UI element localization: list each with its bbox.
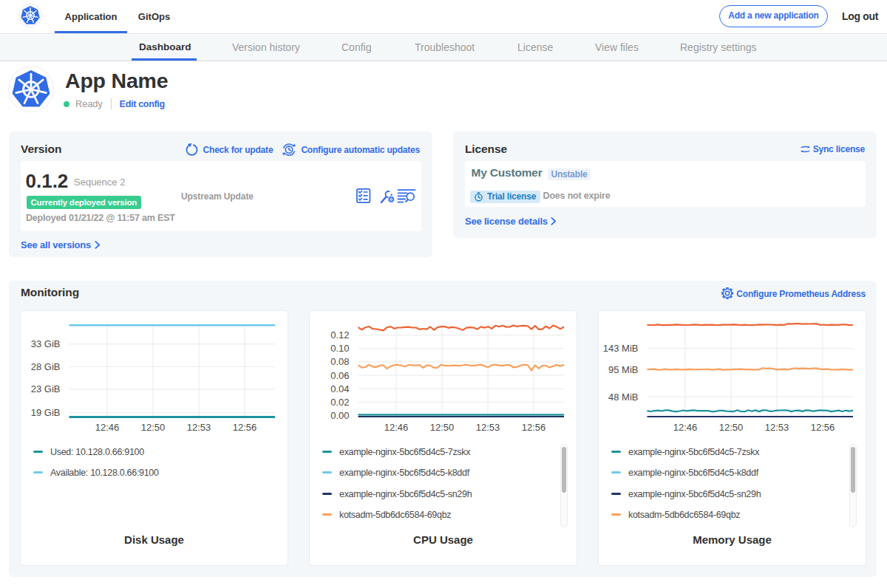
svg-text:0.02: 0.02 (330, 397, 349, 408)
svg-text:0.08: 0.08 (330, 356, 349, 367)
svg-text:12:53: 12:53 (476, 422, 500, 433)
svg-text:0.00: 0.00 (330, 410, 349, 421)
svg-text:12:53: 12:53 (765, 422, 789, 433)
svg-text:12:46: 12:46 (384, 422, 409, 433)
svg-text:12:50: 12:50 (719, 422, 744, 433)
svg-text:48 MiB: 48 MiB (608, 392, 638, 403)
svg-text:28 GiB: 28 GiB (31, 361, 61, 372)
svg-text:0.06: 0.06 (330, 370, 349, 381)
svg-text:12:56: 12:56 (811, 422, 835, 433)
svg-text:19 GiB: 19 GiB (31, 407, 61, 418)
svg-text:23 GiB: 23 GiB (31, 383, 61, 394)
svg-text:33 GiB: 33 GiB (31, 338, 61, 349)
svg-text:12:56: 12:56 (522, 422, 546, 433)
svg-text:12:50: 12:50 (141, 422, 166, 433)
svg-text:0.04: 0.04 (330, 383, 349, 394)
svg-text:12:50: 12:50 (430, 422, 455, 433)
svg-text:95 MiB: 95 MiB (608, 364, 638, 375)
svg-text:143 MiB: 143 MiB (603, 343, 639, 354)
svg-text:12:56: 12:56 (233, 422, 257, 433)
svg-text:12:53: 12:53 (187, 422, 211, 433)
svg-text:12:46: 12:46 (95, 422, 120, 433)
svg-text:0.10: 0.10 (330, 343, 349, 354)
svg-text:0.12: 0.12 (330, 329, 349, 341)
svg-text:12:46: 12:46 (673, 422, 698, 433)
